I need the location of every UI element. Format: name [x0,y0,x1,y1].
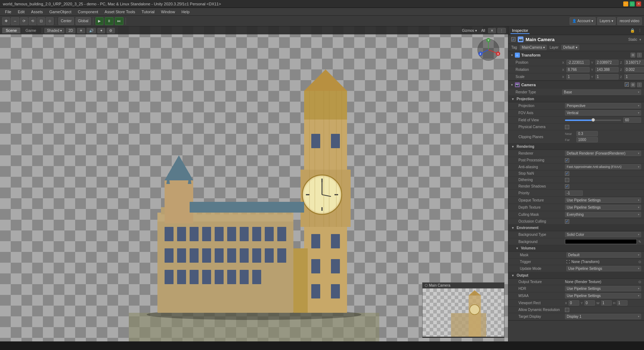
transform-more-button[interactable]: ⋮ [637,53,642,58]
rotate-tool-button[interactable]: ⟳ [20,17,28,25]
allow-dynamic-checkbox[interactable] [565,308,569,312]
menu-file[interactable]: File [2,9,14,15]
menu-asset-store-tools[interactable]: Asset Store Tools [102,9,138,15]
vp-y-input[interactable] [584,300,595,306]
global-button[interactable]: Global [75,17,91,25]
near-input[interactable] [576,131,598,136]
tab-inspector[interactable]: Inspector [511,28,530,34]
target-display-dropdown[interactable]: Display 1 ▾ [565,314,641,319]
rotation-x-input[interactable] [566,67,590,72]
scale-z-input[interactable] [624,74,644,79]
rotation-z-input[interactable] [624,67,644,72]
scale-y-input[interactable] [595,74,619,79]
shading-dropdown[interactable]: Shaded ▾ [44,28,64,33]
transform-tool-button[interactable]: ⊹ [46,17,54,25]
inspector-body[interactable]: ▼ ⊹ Transform ⚙ ⋮ Position X [508,51,644,341]
background-color-swatch[interactable] [565,239,637,244]
menu-tutorial[interactable]: Tutorial [139,9,157,15]
position-y-input[interactable] [595,60,619,65]
culling-mask-dropdown[interactable]: Everything ▾ [565,212,641,217]
projection-dropdown[interactable]: Perspective ▾ [565,103,641,108]
lighting-toggle[interactable]: ☀ [77,28,85,33]
transform-settings-button[interactable]: ⚙ [630,53,635,58]
render-shadows-checkbox[interactable]: ✓ [565,184,569,189]
more-options-button[interactable]: ⋮ [497,28,506,33]
background-color-picker-button[interactable]: ✎ [638,240,641,244]
priority-input[interactable] [565,190,583,196]
inspector-more-button[interactable]: ⋮ [638,28,642,33]
pause-button[interactable]: ⏸ [105,17,113,25]
rotation-y-input[interactable] [595,67,619,72]
trigger-pick-button[interactable]: ⊙ [638,260,641,264]
layers-button[interactable]: Layers ▾ [597,17,616,25]
fov-value-input[interactable] [623,117,641,123]
camera-more-button[interactable]: ⋮ [637,82,642,87]
minimize-button[interactable]: ─ [623,1,628,6]
tab-game[interactable]: Game [22,28,40,33]
tag-dropdown[interactable]: MainCamera ▾ [520,45,547,50]
menu-assets[interactable]: Assets [28,9,46,15]
camera-settings-button[interactable]: ⚙ [630,82,635,87]
occlusion-culling-checkbox[interactable]: ✓ [565,219,569,224]
menu-help[interactable]: Help [179,9,192,15]
position-z-input[interactable] [624,60,644,65]
scale-x-input[interactable] [566,74,590,79]
menu-edit[interactable]: Edit [15,9,28,15]
physical-camera-checkbox[interactable] [565,125,569,129]
msaa-dropdown[interactable]: Use Pipeline Settings ▾ [565,293,641,298]
tab-scene[interactable]: Scene [2,28,20,33]
nav-toggle[interactable]: ⚙ [107,28,115,33]
close-button[interactable]: ✕ [636,1,641,6]
inspector-lock-button[interactable]: 🔒 [630,28,635,33]
audio-toggle[interactable]: 🔊 [87,28,96,33]
opaque-texture-dropdown[interactable]: Use Pipeline Settings ▾ [565,198,641,203]
transform-header[interactable]: ▼ ⊹ Transform ⚙ ⋮ [508,51,644,59]
anti-aliasing-dropdown[interactable]: Fast Approximate Anti-aliasing (FXAA) ▾ [565,164,641,169]
hand-tool-button[interactable]: ✥ [2,17,10,25]
active-checkbox[interactable]: ✓ [511,37,516,42]
scene-viewport[interactable]: Scene Game Shaded ▾ 2D ☀ 🔊 ✦ ⚙ Gizmos ▾ … [0,26,508,341]
camera-active-checkbox[interactable]: ✓ [625,82,629,87]
renderer-dropdown[interactable]: Default Renderer (ForwardRenderer) ▾ [565,151,641,156]
vp-h-input[interactable] [617,300,628,306]
account-button[interactable]: 👤 Account ▾ [570,17,596,25]
close-viewport-button[interactable]: ✕ [488,28,496,33]
depth-texture-dropdown[interactable]: Use Pipeline Settings ▾ [565,205,641,210]
static-dropdown[interactable]: ▾ [639,38,641,42]
camera-header[interactable]: ▼ 📷 Camera ✓ ⚙ ⋮ [508,81,644,89]
stop-nan-checkbox[interactable]: ✓ [565,171,569,176]
step-button[interactable]: ⏭ [115,17,123,25]
fov-slider-track[interactable] [565,120,621,121]
record-video-button[interactable]: record video [617,17,642,25]
center-button[interactable]: Center [58,17,74,25]
gizmos-toggle[interactable]: Gizmos ▾ [460,29,478,33]
update-mode-dropdown[interactable]: Use Pipeline Settings ▾ [566,266,641,271]
vp-x-input[interactable] [569,300,579,306]
post-processing-checkbox[interactable]: ✓ [565,158,569,162]
render-type-dropdown[interactable]: Base ▾ [562,89,641,95]
output-section[interactable]: ▼ Output [508,272,644,279]
volumes-section[interactable]: ▼ Volumes [508,245,644,252]
projection-section[interactable]: ▼ Projection [508,96,644,102]
move-tool-button[interactable]: ↔ [11,17,19,25]
effects-toggle[interactable]: ✦ [97,28,105,33]
layer-dropdown[interactable]: Default ▾ [561,45,579,50]
menu-component[interactable]: Component [75,9,101,15]
hdr-dropdown[interactable]: Use Pipeline Settings ▾ [565,286,641,291]
position-x-input[interactable] [566,60,590,65]
fov-slider-thumb[interactable] [591,118,595,122]
background-type-dropdown[interactable]: Solid Color ▾ [565,232,641,237]
rendering-section[interactable]: ▼ Rendering [508,144,644,150]
far-input[interactable] [576,137,598,142]
2d-toggle[interactable]: 2D [66,28,75,33]
fov-axis-dropdown[interactable]: Vertical ▾ [565,110,641,116]
menu-window[interactable]: Window [158,9,178,15]
play-button[interactable]: ▶ [96,17,103,25]
scale-tool-button[interactable]: ⟲ [29,17,36,25]
environment-section[interactable]: ▼ Environment [508,225,644,231]
maximize-button[interactable]: □ [630,1,635,6]
rect-tool-button[interactable]: ⊡ [37,17,45,25]
vp-w-input[interactable] [601,300,612,306]
mask-dropdown[interactable]: Default ▾ [566,252,641,258]
menu-gameobject[interactable]: GameObject [47,9,74,15]
